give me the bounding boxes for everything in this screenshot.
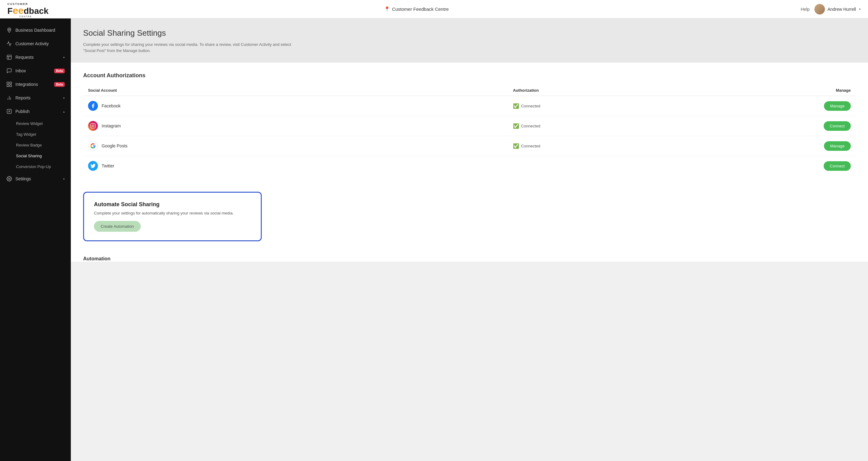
sidebar-label-inbox: Inbox <box>16 68 51 73</box>
google-icon <box>88 141 98 151</box>
user-menu-chevron-icon: ▾ <box>859 7 861 11</box>
section-title: Account Authorizations <box>83 72 856 79</box>
twitter-account-cell: Twitter <box>83 156 508 176</box>
svg-rect-4 <box>7 82 9 84</box>
facebook-manage-cell: Manage <box>701 96 856 116</box>
app-body: Business Dashboard Customer Activity Req… <box>0 19 868 461</box>
instagram-icon <box>88 121 98 131</box>
user-menu[interactable]: Andrew Hurrell ▾ <box>814 4 861 14</box>
google-manage-button[interactable]: Manage <box>824 141 851 151</box>
facebook-account-cell: Facebook <box>83 96 508 116</box>
integrations-beta-badge: Beta <box>54 82 65 87</box>
google-account-cell: Google Posts <box>83 136 508 156</box>
requests-chevron-icon: ▾ <box>63 56 65 59</box>
instagram-connect-cell: Connect <box>701 116 856 136</box>
sidebar-item-review-badge[interactable]: Review Badge <box>0 140 71 151</box>
publish-icon <box>6 108 12 114</box>
avatar <box>814 4 825 14</box>
instagram-connected-icon: ✅ <box>513 123 519 129</box>
sidebar-item-business-dashboard[interactable]: Business Dashboard <box>0 23 71 37</box>
sidebar-item-customer-activity[interactable]: Customer Activity <box>0 37 71 51</box>
table-row: Google Posts ✅ Connected Manage <box>83 136 856 156</box>
twitter-auth-cell <box>508 156 701 176</box>
sidebar-item-review-widget[interactable]: Review Widget <box>0 118 71 129</box>
google-status: Connected <box>521 144 540 148</box>
twitter-name: Twitter <box>102 163 114 168</box>
social-sharing-label: Social Sharing <box>16 154 42 158</box>
logo-feedback-text: Feedback <box>7 5 32 15</box>
page-title: Social Sharing Settings <box>83 28 856 38</box>
svg-point-12 <box>9 178 10 180</box>
facebook-auth-cell: ✅ Connected <box>508 96 701 116</box>
avatar-image <box>814 4 825 14</box>
sidebar-item-settings[interactable]: Settings ▾ <box>0 172 71 186</box>
logo: CUSTOMER Feedback CENTRE <box>7 2 32 16</box>
user-name: Andrew Hurrell <box>827 7 856 12</box>
table-row: Instagram ✅ Connected Connect <box>83 116 856 136</box>
auth-table: Social Account Authorization Manage <box>83 85 856 176</box>
sidebar-item-publish[interactable]: Publish ▴ <box>0 105 71 118</box>
automate-title: Automate Social Sharing <box>94 201 251 208</box>
requests-icon <box>6 54 12 60</box>
automation-label-text: Automation <box>83 256 111 261</box>
location-text: Customer Feedback Centre <box>392 6 448 12</box>
sidebar-label-reports: Reports <box>16 95 60 100</box>
activity-icon <box>6 41 12 47</box>
facebook-connected-icon: ✅ <box>513 103 519 109</box>
account-authorizations-section: Account Authorizations Social Account Au… <box>71 63 868 186</box>
create-automation-button[interactable]: Create Automation <box>94 221 141 232</box>
header-right: Help Andrew Hurrell ▾ <box>801 4 861 14</box>
automate-social-sharing-box: Automate Social Sharing Complete your se… <box>83 192 262 241</box>
location-icon <box>6 27 12 33</box>
sidebar-item-tag-widget[interactable]: Tag Widget <box>0 129 71 140</box>
instagram-account-cell: Instagram <box>83 116 508 136</box>
instagram-auth-cell: ✅ Connected <box>508 116 701 136</box>
svg-point-0 <box>9 29 10 30</box>
svg-rect-1 <box>7 55 11 59</box>
reports-chevron-icon: ▾ <box>63 96 65 100</box>
google-connected-icon: ✅ <box>513 143 519 149</box>
inbox-icon <box>6 68 12 74</box>
logo-box: CUSTOMER Feedback CENTRE <box>7 2 32 16</box>
main-content: Social Sharing Settings Complete your se… <box>71 19 868 461</box>
automation-bottom-label: Automation <box>71 252 868 262</box>
svg-rect-13 <box>91 124 95 128</box>
integrations-icon <box>6 81 12 88</box>
table-row: Facebook ✅ Connected Manage <box>83 96 856 116</box>
twitter-connect-button[interactable]: Connect <box>824 161 851 171</box>
svg-rect-6 <box>7 85 9 87</box>
google-auth-cell: ✅ Connected <box>508 136 701 156</box>
settings-chevron-icon: ▾ <box>63 177 65 180</box>
sidebar-label-settings: Settings <box>16 176 60 181</box>
content-wrapper: Account Authorizations Social Account Au… <box>71 63 868 262</box>
col-authorization: Authorization <box>508 85 701 96</box>
sidebar-item-social-sharing[interactable]: Social Sharing <box>0 151 71 161</box>
sidebar-item-conversion-popup[interactable]: Conversion Pop-Up <box>0 161 71 172</box>
sidebar-item-reports[interactable]: Reports ▾ <box>0 91 71 105</box>
google-name: Google Posts <box>102 143 127 148</box>
location-label: 📍 Customer Feedback Centre <box>384 6 448 12</box>
reports-icon <box>6 95 12 101</box>
twitter-connect-cell: Connect <box>701 156 856 176</box>
settings-icon <box>6 176 12 182</box>
sidebar-label-requests: Requests <box>16 55 60 60</box>
facebook-manage-button[interactable]: Manage <box>824 101 851 111</box>
facebook-icon <box>88 101 98 111</box>
sidebar-item-integrations[interactable]: Integrations Beta <box>0 77 71 91</box>
sidebar-item-requests[interactable]: Requests ▾ <box>0 51 71 64</box>
instagram-connect-button[interactable]: Connect <box>824 121 851 131</box>
automate-description: Complete your settings for automatically… <box>94 211 251 216</box>
sidebar-label-publish: Publish <box>16 109 60 114</box>
sidebar-item-inbox[interactable]: Inbox Beta <box>0 64 71 77</box>
help-link[interactable]: Help <box>801 7 810 12</box>
table-body: Facebook ✅ Connected Manage <box>83 96 856 176</box>
publish-subnav: Review Widget Tag Widget Review Badge So… <box>0 118 71 172</box>
table-header: Social Account Authorization Manage <box>83 85 856 96</box>
app-header: CUSTOMER Feedback CENTRE 📍 Customer Feed… <box>0 0 868 19</box>
svg-rect-7 <box>10 85 12 87</box>
page-header: Social Sharing Settings Complete your se… <box>71 19 868 63</box>
col-social-account: Social Account <box>83 85 508 96</box>
automate-section-wrapper: Automate Social Sharing Complete your se… <box>71 186 868 252</box>
facebook-name: Facebook <box>102 103 120 108</box>
sidebar-label-integrations: Integrations <box>16 82 51 87</box>
